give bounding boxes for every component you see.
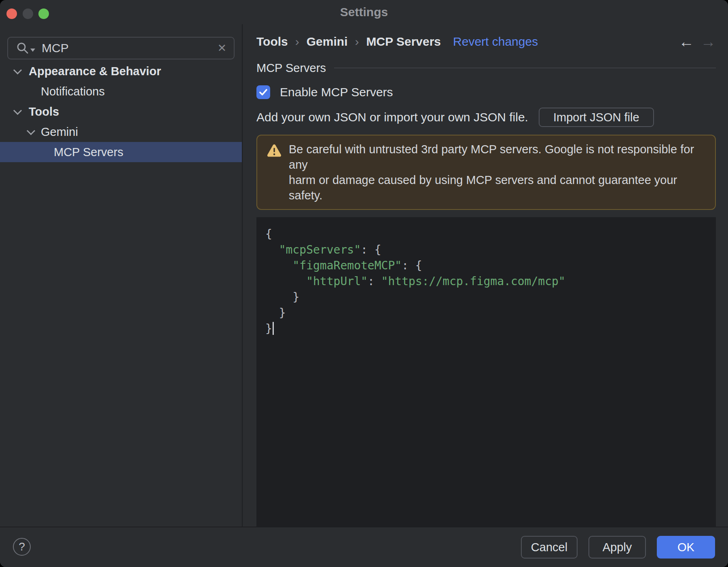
mcp-json-editor[interactable]: { "mcpServers": { "figmaRemoteMCP": { "h… [256, 217, 716, 527]
chevron-down-icon[interactable] [13, 106, 22, 114]
sidebar-item-gemini[interactable]: Gemini [0, 122, 242, 142]
cancel-button[interactable]: Cancel [521, 536, 578, 559]
code-line: { [265, 226, 708, 242]
add-json-row: Add your own JSON or import your own JSO… [256, 108, 716, 127]
enable-mcp-row: Enable MCP Servers [256, 83, 716, 101]
sidebar-item-mcp-servers[interactable]: MCP Servers [0, 142, 242, 162]
ok-button[interactable]: OK [657, 536, 715, 559]
revert-changes-link[interactable]: Revert changes [453, 35, 538, 49]
sidebar-item-appearance-behavior[interactable]: Appearance & Behavior [0, 61, 242, 81]
search-history-chevron-icon[interactable] [30, 49, 35, 52]
title-bar: Settings [0, 0, 728, 24]
import-json-file-button[interactable]: Import JSON file [539, 108, 654, 127]
sidebar-item-label: Tools [29, 105, 59, 118]
search-icon[interactable] [16, 42, 35, 55]
window-title: Settings [0, 5, 728, 19]
code-line: } [265, 321, 708, 336]
clear-search-icon[interactable]: ✕ [217, 42, 226, 55]
breadcrumb-mcp-servers[interactable]: MCP Servers [366, 35, 441, 49]
dialog-footer: ? Cancel Apply OK [0, 527, 728, 567]
code-line: "figmaRemoteMCP": { [265, 258, 708, 273]
code-line: "httpUrl": "https://mcp.figma.com/mcp" [265, 273, 708, 289]
search-query-text[interactable]: MCP [42, 41, 217, 55]
chevron-down-icon[interactable] [27, 126, 35, 135]
enable-mcp-checkbox[interactable] [256, 85, 270, 99]
sidebar-item-label: Gemini [41, 125, 78, 139]
breadcrumb-separator-icon: › [295, 35, 299, 49]
footer-buttons: Cancel Apply OK [521, 536, 715, 559]
sidebar-item-tools[interactable]: Tools [0, 102, 242, 122]
section-title: MCP Servers [256, 61, 326, 75]
settings-window: Settings MCP ✕ Appearance & Behavior Not… [0, 0, 728, 567]
forward-arrow-icon[interactable]: → [700, 34, 716, 49]
section-header: MCP Servers [256, 60, 716, 76]
help-icon[interactable]: ? [13, 538, 31, 556]
breadcrumb-tools[interactable]: Tools [256, 35, 288, 49]
warning-text: Be careful with untrusted 3rd party MCP … [289, 142, 705, 203]
warning-triangle-icon [267, 144, 281, 159]
sidebar-item-notifications[interactable]: Notifications [0, 81, 242, 102]
history-nav: ← → [679, 34, 716, 49]
text-cursor [273, 322, 274, 335]
search-input[interactable]: MCP ✕ [7, 37, 235, 59]
back-arrow-icon[interactable]: ← [679, 34, 694, 49]
settings-tree: Appearance & Behavior Notifications Tool… [0, 61, 242, 162]
breadcrumb-separator-icon: › [355, 35, 359, 49]
code-line: "mcpServers": { [265, 242, 708, 258]
sidebar-item-label: MCP Servers [54, 146, 123, 159]
apply-button[interactable]: Apply [588, 536, 646, 559]
settings-sidebar: MCP ✕ Appearance & Behavior Notification… [0, 24, 243, 527]
section-divider [334, 68, 716, 68]
code-line: } [265, 305, 708, 321]
code-line: } [265, 289, 708, 305]
checkmark-icon [258, 87, 269, 97]
enable-mcp-label[interactable]: Enable MCP Servers [280, 85, 393, 99]
sidebar-item-label: Notifications [41, 85, 105, 98]
add-json-text: Add your own JSON or import your own JSO… [256, 110, 528, 124]
settings-content-pane: Tools › Gemini › MCP Servers Revert chan… [243, 24, 728, 527]
sidebar-item-label: Appearance & Behavior [29, 65, 161, 78]
chevron-down-icon[interactable] [13, 66, 22, 74]
warning-banner: Be careful with untrusted 3rd party MCP … [256, 135, 716, 210]
breadcrumb: Tools › Gemini › MCP Servers Revert chan… [256, 33, 716, 50]
breadcrumb-gemini[interactable]: Gemini [307, 35, 348, 49]
json-editor-code[interactable]: { "mcpServers": { "figmaRemoteMCP": { "h… [265, 226, 708, 336]
